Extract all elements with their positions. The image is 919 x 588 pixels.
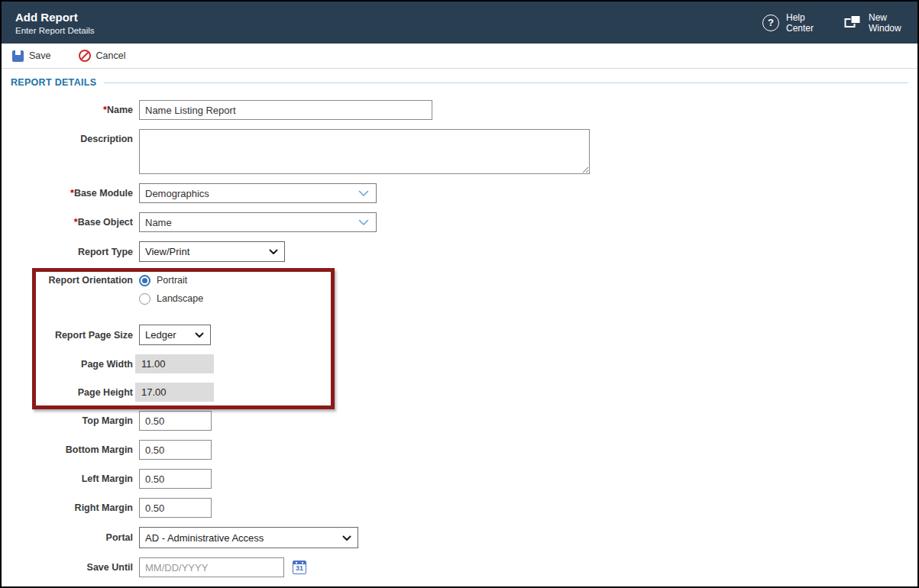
date-picker-button[interactable]: 31: [293, 561, 306, 574]
description-label: Description: [2, 129, 133, 144]
field-row-base-object: *Base Object Name: [2, 212, 917, 232]
right-margin-input[interactable]: [139, 498, 212, 518]
report-page-size-value: Ledger: [145, 329, 176, 341]
portal-label: Portal: [2, 532, 133, 543]
field-row-page-width: Page Width: [2, 354, 917, 373]
calendar-icon: 31: [293, 561, 306, 574]
field-row-portal: Portal AD - Administrative Access: [2, 527, 917, 548]
portrait-radio-option[interactable]: Portrait: [139, 271, 203, 289]
toolbar: Save Cancel: [2, 44, 917, 69]
name-input[interactable]: [139, 100, 432, 120]
report-orientation-radio-group: Portrait Landscape: [139, 271, 203, 308]
radio-selected-icon[interactable]: [139, 275, 150, 286]
field-row-description: Description: [2, 129, 917, 174]
landscape-radio-option[interactable]: Landscape: [139, 289, 203, 308]
calendar-icon-day: 31: [293, 564, 306, 573]
base-object-dropdown[interactable]: Name: [139, 212, 377, 232]
base-module-value: Demographics: [145, 188, 209, 199]
save-until-label: Save Until: [2, 562, 133, 573]
chevron-down-icon: [358, 217, 369, 228]
bottom-margin-label: Bottom Margin: [2, 444, 133, 455]
bottom-margin-input[interactable]: [139, 440, 212, 460]
chevron-down-icon: [195, 329, 204, 341]
page-width-label: Page Width: [2, 359, 133, 370]
field-row-left-margin: Left Margin: [2, 469, 917, 489]
top-margin-input[interactable]: [139, 411, 212, 431]
landscape-radio-label: Landscape: [157, 293, 203, 304]
section-heading: REPORT DETAILS: [11, 76, 908, 89]
chevron-down-icon: [358, 188, 369, 199]
report-page-size-select[interactable]: Ledger: [139, 325, 211, 345]
field-row-base-module: *Base Module Demographics: [2, 183, 917, 203]
save-button[interactable]: Save: [12, 50, 51, 62]
field-row-report-type: Report Type View/Print: [2, 241, 917, 262]
cancel-prohibition-icon: [79, 50, 91, 62]
page-width-input-disabled: [135, 354, 214, 373]
page-subtitle: Enter Report Details: [15, 26, 95, 35]
name-label: *Name: [2, 105, 133, 115]
page-height-label: Page Height: [2, 387, 133, 398]
field-row-page-height: Page Height: [2, 383, 917, 402]
help-center-button[interactable]: ? Help Center: [762, 12, 823, 34]
save-label: Save: [29, 50, 51, 61]
left-margin-label: Left Margin: [2, 473, 133, 484]
report-type-label: Report Type: [2, 247, 133, 257]
report-type-select[interactable]: View/Print: [139, 241, 285, 262]
help-circle-icon: ?: [762, 15, 779, 31]
top-margin-label: Top Margin: [2, 415, 133, 426]
base-module-label: *Base Module: [2, 188, 133, 199]
field-row-report-orientation: Report Orientation Portrait Landscape: [2, 271, 917, 308]
field-row-right-margin: Right Margin: [2, 498, 917, 518]
save-floppy-icon: [12, 50, 24, 62]
right-margin-label: Right Margin: [2, 502, 133, 513]
header-titles: Add Report Enter Report Details: [15, 11, 95, 35]
chevron-down-icon: [342, 532, 351, 544]
new-window-label: New Window: [869, 12, 905, 34]
section-title: REPORT DETAILS: [11, 77, 96, 88]
report-details-form: *Name Description *Base Module Demograph…: [2, 100, 917, 577]
portal-value: AD - Administrative Access: [145, 532, 264, 544]
page-title: Add Report: [15, 11, 95, 24]
report-orientation-label: Report Orientation: [2, 271, 133, 286]
field-row-bottom-margin: Bottom Margin: [2, 440, 917, 460]
base-module-dropdown[interactable]: Demographics: [139, 183, 377, 203]
page-height-input-disabled: [135, 383, 214, 402]
cancel-label: Cancel: [96, 50, 126, 61]
description-textarea[interactable]: [139, 129, 590, 174]
radio-unselected-icon[interactable]: [139, 293, 150, 305]
field-row-save-until: Save Until 31: [2, 557, 917, 577]
new-window-button[interactable]: New Window: [844, 12, 905, 34]
left-margin-input[interactable]: [139, 469, 212, 489]
save-until-date-input[interactable]: [139, 557, 284, 577]
header-actions: ? Help Center New Window: [762, 12, 905, 34]
chevron-down-icon: [269, 246, 278, 257]
section-divider-line: [104, 82, 908, 83]
field-row-report-page-size: Report Page Size Ledger: [2, 325, 917, 345]
report-page-size-label: Report Page Size: [2, 330, 133, 341]
report-type-value: View/Print: [145, 246, 189, 257]
portal-select[interactable]: AD - Administrative Access: [139, 527, 358, 548]
base-object-label: *Base Object: [2, 217, 133, 228]
cancel-button[interactable]: Cancel: [79, 50, 126, 62]
header: Add Report Enter Report Details ? Help C…: [2, 2, 917, 44]
field-row-top-margin: Top Margin: [2, 411, 917, 431]
add-report-window: Add Report Enter Report Details ? Help C…: [0, 0, 919, 588]
portrait-radio-label: Portrait: [157, 275, 187, 286]
field-row-name: *Name: [2, 100, 917, 120]
base-object-value: Name: [145, 217, 172, 228]
help-center-label: Help Center: [786, 12, 823, 34]
new-window-icon: [844, 15, 862, 31]
